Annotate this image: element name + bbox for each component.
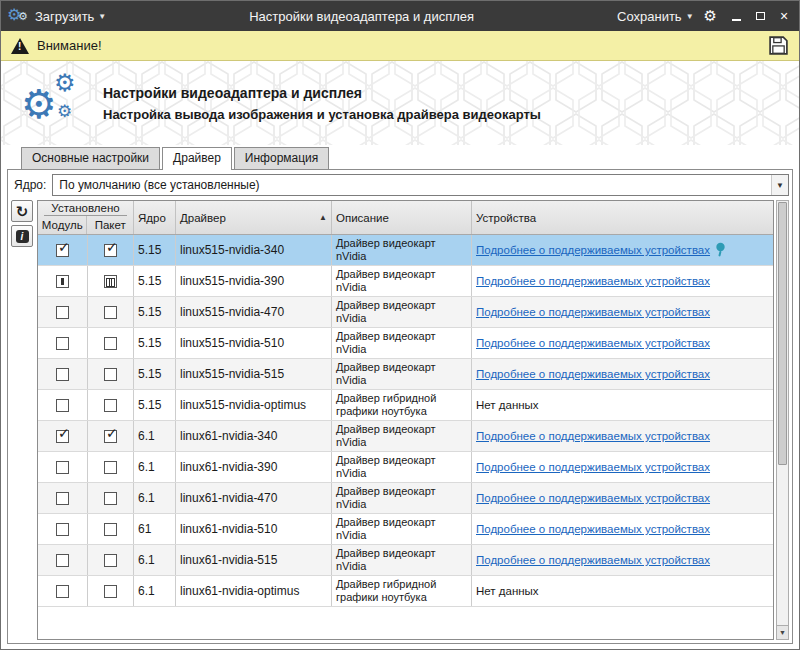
installed-group-header: Установлено Модуль Пакет bbox=[38, 201, 134, 234]
drivers-table: Установлено Модуль Пакет Ядро Драйвер ▲ … bbox=[37, 200, 774, 640]
module-checkbox[interactable] bbox=[56, 368, 69, 381]
no-data-text: Нет данных bbox=[476, 585, 539, 597]
devices-link[interactable]: Подробнее о поддерживаемых устройствах bbox=[476, 492, 710, 504]
module-checkbox[interactable] bbox=[56, 461, 69, 474]
package-checkbox[interactable] bbox=[104, 430, 117, 443]
save-file-button[interactable] bbox=[768, 35, 789, 56]
kernel-select[interactable]: По умолчанию (все установленные) ▼ bbox=[52, 174, 789, 196]
save-menu-button[interactable]: Сохранить ▼ bbox=[617, 9, 694, 24]
devices-cell: Подробнее о поддерживаемых устройствах bbox=[472, 452, 773, 482]
window-title: Настройки видеоадаптера и дисплея bbox=[106, 9, 617, 24]
table-row[interactable]: 61linux61-nvidia-510Драйвер видеокарт nV… bbox=[38, 514, 773, 545]
tab-main-settings[interactable]: Основные настройки bbox=[21, 147, 160, 169]
minimize-button[interactable] bbox=[727, 8, 745, 24]
scroll-down-button[interactable]: ▼ bbox=[777, 625, 788, 639]
tab-information[interactable]: Информация bbox=[234, 147, 329, 169]
load-menu-button[interactable]: Загрузить ▼ bbox=[35, 9, 106, 24]
module-checkbox[interactable] bbox=[56, 492, 69, 505]
column-header-devices[interactable]: Устройства bbox=[472, 201, 773, 234]
warning-icon: ! bbox=[11, 38, 29, 54]
settings-gear-icon[interactable]: ⚙ bbox=[704, 7, 717, 25]
package-checkbox[interactable] bbox=[104, 275, 117, 288]
column-header-kernel[interactable]: Ядро bbox=[134, 201, 176, 234]
package-checkbox[interactable] bbox=[104, 492, 117, 505]
no-data-text: Нет данных bbox=[476, 399, 539, 411]
info-button[interactable]: i bbox=[11, 225, 33, 247]
table-row[interactable]: 5.15linux515-nvidia-390Драйвер видеокарт… bbox=[38, 266, 773, 297]
devices-cell: Нет данных bbox=[472, 390, 773, 420]
module-checkbox[interactable] bbox=[56, 399, 69, 412]
devices-link[interactable]: Подробнее о поддерживаемых устройствах bbox=[476, 368, 710, 380]
driver-cell: linux61-nvidia-optimus bbox=[176, 576, 332, 606]
table-row[interactable]: 5.15linux515-nvidia-340Драйвер видеокарт… bbox=[38, 235, 773, 266]
installed-group-label: Установлено bbox=[44, 202, 127, 216]
sort-ascending-icon: ▲ bbox=[319, 213, 327, 222]
devices-cell: Подробнее о поддерживаемых устройствах bbox=[472, 266, 773, 296]
devices-link[interactable]: Подробнее о поддерживаемых устройствах bbox=[476, 430, 710, 442]
table-row[interactable]: 6.1linux61-nvidia-470Драйвер видеокарт n… bbox=[38, 483, 773, 514]
module-checkbox[interactable] bbox=[56, 306, 69, 319]
warning-text: Внимание! bbox=[37, 38, 102, 53]
module-checkbox[interactable] bbox=[56, 275, 69, 288]
kernel-cell: 6.1 bbox=[134, 452, 176, 482]
module-checkbox[interactable] bbox=[56, 523, 69, 536]
package-checkbox[interactable] bbox=[104, 585, 117, 598]
devices-link[interactable]: Подробнее о поддерживаемых устройствах bbox=[476, 275, 710, 287]
devices-link[interactable]: Подробнее о поддерживаемых устройствах bbox=[476, 523, 710, 535]
package-checkbox[interactable] bbox=[104, 306, 117, 319]
table-row[interactable]: 5.15linux515-nvidia-optimusДрайвер гибри… bbox=[38, 390, 773, 421]
kernel-cell: 5.15 bbox=[134, 359, 176, 389]
driver-cell: linux61-nvidia-510 bbox=[176, 514, 332, 544]
scrollbar-track[interactable] bbox=[777, 201, 788, 625]
devices-link[interactable]: Подробнее о поддерживаемых устройствах bbox=[476, 554, 710, 566]
maximize-icon bbox=[756, 12, 765, 20]
table-row[interactable]: 6.1linux61-nvidia-390Драйвер видеокарт n… bbox=[38, 452, 773, 483]
module-cell bbox=[38, 576, 88, 606]
package-checkbox[interactable] bbox=[104, 399, 117, 412]
column-header-driver[interactable]: Драйвер ▲ bbox=[176, 201, 332, 234]
table-row[interactable]: 6.1linux61-nvidia-340Драйвер видеокарт n… bbox=[38, 421, 773, 452]
column-header-package[interactable]: Пакет bbox=[87, 216, 133, 234]
package-checkbox[interactable] bbox=[104, 337, 117, 350]
vertical-scrollbar[interactable]: ▼ bbox=[776, 200, 789, 640]
package-checkbox[interactable] bbox=[104, 523, 117, 536]
kernel-cell: 5.15 bbox=[134, 297, 176, 327]
caret-down-icon: ▼ bbox=[98, 12, 106, 21]
table-row[interactable]: 6.1linux61-nvidia-515Драйвер видеокарт n… bbox=[38, 545, 773, 576]
package-checkbox[interactable] bbox=[104, 554, 117, 567]
devices-link[interactable]: Подробнее о поддерживаемых устройствах bbox=[476, 337, 710, 349]
devices-link[interactable]: Подробнее о поддерживаемых устройствах bbox=[476, 461, 710, 473]
devices-cell: Подробнее о поддерживаемых устройствах bbox=[472, 235, 773, 265]
combo-dropdown-button[interactable]: ▼ bbox=[771, 175, 788, 195]
module-checkbox[interactable] bbox=[56, 430, 69, 443]
package-cell bbox=[88, 483, 134, 513]
scrollbar-thumb[interactable] bbox=[778, 202, 787, 465]
tab-driver[interactable]: Драйвер bbox=[162, 147, 232, 169]
column-header-module[interactable]: Модуль bbox=[38, 216, 87, 234]
column-header-description[interactable]: Описание bbox=[332, 201, 472, 234]
app-window: ⚙⚙ Загрузить ▼ Настройки видеоадаптера и… bbox=[0, 0, 800, 650]
table-row[interactable]: 5.15linux515-nvidia-510Драйвер видеокарт… bbox=[38, 328, 773, 359]
table-row[interactable]: 5.15linux515-nvidia-470Драйвер видеокарт… bbox=[38, 297, 773, 328]
driver-cell: linux515-nvidia-390 bbox=[176, 266, 332, 296]
package-checkbox[interactable] bbox=[104, 244, 117, 257]
refresh-button[interactable]: ↻ bbox=[11, 200, 33, 222]
package-checkbox[interactable] bbox=[104, 368, 117, 381]
maximize-button[interactable] bbox=[751, 8, 769, 24]
driver-cell: linux61-nvidia-390 bbox=[176, 452, 332, 482]
chevron-down-icon: ▼ bbox=[776, 181, 784, 190]
module-cell bbox=[38, 421, 88, 451]
package-checkbox[interactable] bbox=[104, 461, 117, 474]
module-checkbox[interactable] bbox=[56, 554, 69, 567]
devices-link[interactable]: Подробнее о поддерживаемых устройствах bbox=[476, 306, 710, 318]
table-row[interactable]: 6.1linux61-nvidia-optimusДрайвер гибридн… bbox=[38, 576, 773, 607]
table-row[interactable]: 5.15linux515-nvidia-515Драйвер видеокарт… bbox=[38, 359, 773, 390]
module-checkbox[interactable] bbox=[56, 337, 69, 350]
devices-cell: Подробнее о поддерживаемых устройствах bbox=[472, 359, 773, 389]
devices-link[interactable]: Подробнее о поддерживаемых устройствах bbox=[476, 244, 710, 256]
close-button[interactable]: × bbox=[775, 8, 793, 24]
driver-cell: linux515-nvidia-470 bbox=[176, 297, 332, 327]
module-checkbox[interactable] bbox=[56, 585, 69, 598]
gears-logo-icon: ⚙⚙⚙ bbox=[21, 73, 85, 133]
module-checkbox[interactable] bbox=[56, 244, 69, 257]
